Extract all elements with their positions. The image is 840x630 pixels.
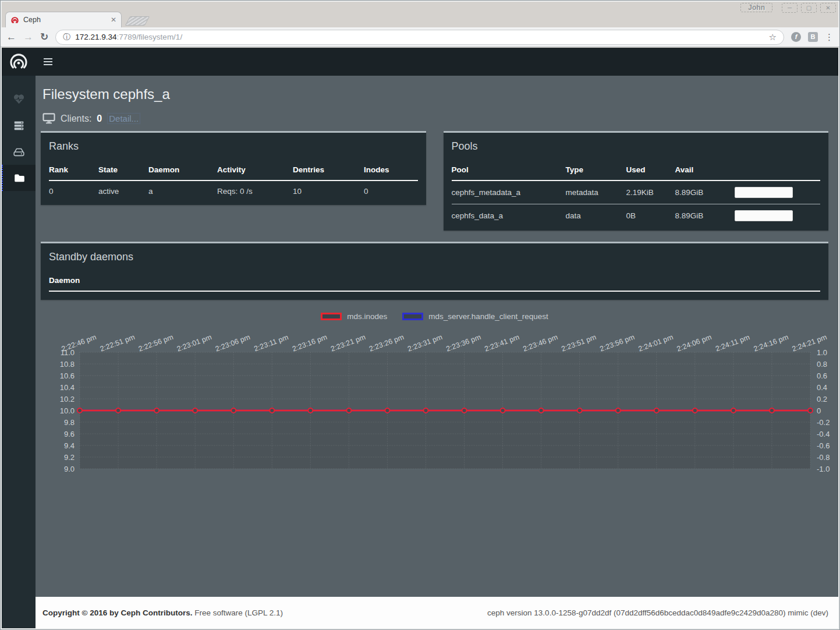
- clients-detail-link[interactable]: Detail...: [107, 113, 140, 124]
- sidebar-item-health[interactable]: [2, 86, 36, 112]
- server-icon: [13, 121, 24, 130]
- data-point: [501, 408, 505, 413]
- data-point: [539, 408, 544, 413]
- forward-icon[interactable]: →: [23, 32, 33, 42]
- right-axis-tick: 0.2: [817, 395, 827, 404]
- ranks-panel-title: Ranks: [49, 133, 418, 161]
- left-axis-tick: 10.0: [60, 406, 75, 415]
- main-content: Filesystem cephfs_a Clients: 0 Detail...…: [36, 76, 838, 597]
- pools-panel: Pools PoolTypeUsedAvail cephfs_metadata_…: [444, 131, 829, 231]
- standby-table: Daemon: [49, 271, 820, 292]
- page-footer: Copyright © 2016 by Ceph Contributors. F…: [36, 597, 838, 628]
- pools-cell: 0B: [626, 204, 675, 228]
- new-tab-button[interactable]: [125, 16, 150, 26]
- data-point: [577, 408, 582, 413]
- left-axis-tick: 9.6: [64, 430, 75, 438]
- left-axis-tick: 10.8: [60, 360, 75, 369]
- ranks-cell: 0: [49, 180, 98, 201]
- right-axis-tick: -0.4: [817, 430, 830, 438]
- ranks-col-header: State: [98, 161, 148, 180]
- pools-col-header: Type: [566, 161, 626, 180]
- pools-usage-cell: [735, 180, 821, 204]
- browser-tab-ceph[interactable]: Ceph ✕: [5, 12, 122, 27]
- right-axis-tick: 0.6: [817, 371, 827, 380]
- x-axis-label: 2:23:31 pm: [406, 333, 444, 353]
- ranks-panel: Ranks RankStateDaemonActivityDentriesIno…: [41, 131, 426, 205]
- data-point: [770, 408, 774, 413]
- mds-performance-chart: mds.inodesmds_server.handle_client_reque…: [41, 310, 828, 502]
- x-axis-label: 2:23:51 pm: [561, 333, 598, 353]
- maximize-button[interactable]: ▢: [801, 3, 817, 13]
- browser-window: John ─ ▢ ✕ Ceph ✕ ← → ↻ ⓘ 172.21.9.34:77…: [0, 0, 840, 630]
- data-point: [346, 408, 351, 413]
- sidebar-toggle-icon[interactable]: [44, 56, 52, 67]
- ceph-logo-icon: [8, 51, 29, 72]
- pools-col-header: [735, 161, 821, 180]
- ranks-table-row: 0activeaReqs: 0 /s100: [49, 180, 418, 201]
- left-axis-tick: 9.2: [64, 453, 75, 462]
- data-point: [308, 408, 313, 413]
- tab-title: Ceph: [23, 16, 107, 24]
- mds-counters-line-chart: 11.01.010.80.810.60.610.40.410.20.210.00…: [41, 325, 838, 500]
- ceph-logo[interactable]: [2, 48, 36, 76]
- browser-menu-icon[interactable]: ⋮: [825, 32, 834, 43]
- left-axis-tick: 10.6: [60, 371, 75, 380]
- data-point: [385, 408, 389, 413]
- data-point: [154, 408, 159, 413]
- data-point: [654, 408, 659, 413]
- left-axis-tick: 10.4: [60, 383, 75, 392]
- pools-cell: data: [566, 204, 626, 228]
- pools-usage-cell: [735, 204, 821, 228]
- chart-legend: mds.inodesmds_server.handle_client_reque…: [41, 310, 828, 322]
- ranks-col-header: Dentries: [293, 161, 364, 180]
- standby-panel-title: Standby daemons: [49, 243, 820, 271]
- minimize-button[interactable]: ─: [782, 3, 798, 13]
- x-axis-label: 2:22:46 pm: [61, 333, 98, 353]
- reload-icon[interactable]: ↻: [40, 32, 48, 42]
- copyright-text: Copyright © 2016 by Ceph Contributors. F…: [42, 608, 283, 617]
- os-titlebar: John ─ ▢ ✕: [1, 1, 839, 13]
- data-point: [193, 408, 197, 413]
- pools-col-header: Pool: [452, 161, 566, 180]
- pools-table: PoolTypeUsedAvail cephfs_metadata_ametad…: [452, 161, 821, 227]
- legend-label: mds_server.handle_client_request: [428, 312, 548, 321]
- x-axis-label: 2:23:46 pm: [522, 333, 559, 353]
- address-bar[interactable]: ⓘ 172.21.9.34:7789/filesystem/1/ ☆: [55, 30, 784, 45]
- extension-icon[interactable]: B: [808, 32, 818, 42]
- x-axis-label: 2:24:06 pm: [676, 333, 713, 353]
- legend-swatch: [321, 313, 342, 320]
- data-point: [270, 408, 274, 413]
- app-navbar: [2, 48, 838, 76]
- bookmark-star-icon[interactable]: ☆: [769, 32, 777, 43]
- x-axis-label: 2:24:01 pm: [637, 333, 675, 353]
- x-axis-label: 2:23:56 pm: [599, 333, 636, 353]
- page-info-icon[interactable]: ⓘ: [63, 32, 70, 43]
- back-icon[interactable]: ←: [6, 32, 16, 42]
- standby-col-header: Daemon: [49, 271, 820, 291]
- x-axis-label: 2:22:56 pm: [137, 333, 175, 353]
- pools-col-header: Used: [626, 161, 675, 180]
- right-axis-tick: 0.4: [817, 383, 827, 392]
- data-point: [616, 408, 621, 413]
- x-axis-label: 2:23:06 pm: [214, 333, 251, 353]
- fedora-extension-icon[interactable]: f: [791, 32, 801, 42]
- ranks-cell: a: [148, 180, 217, 201]
- sidebar: [2, 76, 36, 628]
- left-axis-tick: 9.8: [64, 418, 75, 427]
- pools-col-header: Avail: [675, 161, 735, 180]
- x-axis-label: 2:23:01 pm: [176, 333, 213, 353]
- sidebar-item-block[interactable]: [2, 139, 36, 165]
- pools-table-row: cephfs_data_adata0B8.89GiB: [452, 204, 821, 228]
- sidebar-item-cluster[interactable]: [2, 112, 36, 139]
- ranks-cell: 0: [364, 180, 418, 201]
- pools-cell: 8.89GiB: [675, 180, 735, 204]
- health-heart-icon: [13, 94, 24, 104]
- data-point: [116, 408, 120, 413]
- sidebar-item-filesystems[interactable]: [2, 165, 36, 191]
- version-text: ceph version 13.0.0-1258-g07dd2df (07dd2…: [487, 608, 828, 617]
- pools-cell: cephfs_metadata_a: [452, 180, 566, 204]
- url-text: 172.21.9.34:7789/filesystem/1/: [75, 33, 182, 41]
- tab-close-icon[interactable]: ✕: [111, 16, 116, 24]
- close-button[interactable]: ✕: [820, 3, 836, 13]
- legend-label: mds.inodes: [347, 312, 387, 321]
